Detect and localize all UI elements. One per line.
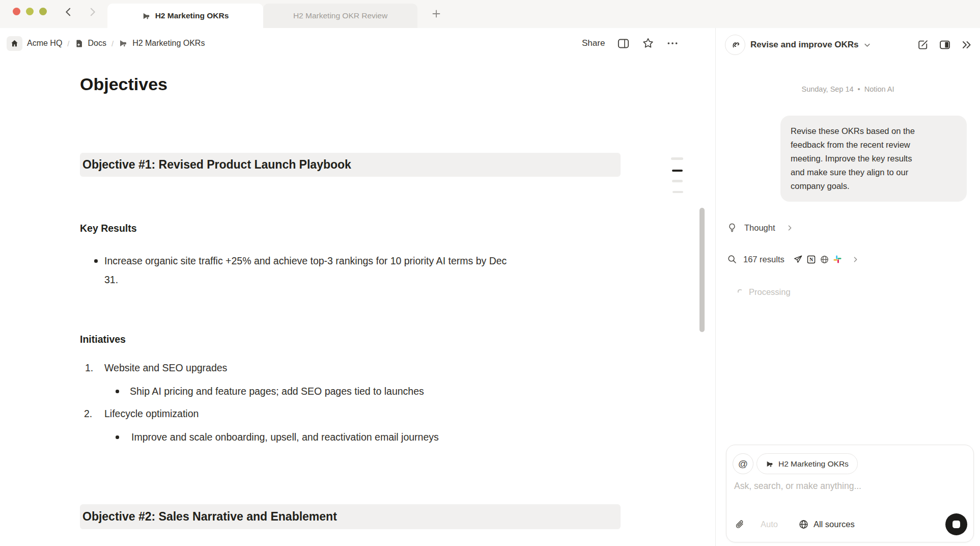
new-tab-button[interactable]: [429, 7, 443, 21]
home-icon: [7, 36, 22, 51]
tab-label: H2 Marketing OKR Review: [293, 11, 387, 20]
slack-icon: [833, 255, 842, 264]
breadcrumb-separator: /: [67, 39, 69, 48]
breadcrumb-label: H2 Marketing OKRs: [132, 39, 205, 48]
list-number: 2.: [84, 408, 92, 420]
thought-row[interactable]: Thought: [727, 223, 794, 233]
stop-generation-button[interactable]: [945, 513, 967, 535]
result-source-icons: N: [793, 255, 842, 264]
send-icon: [793, 255, 803, 264]
bullet-dot: [94, 259, 98, 263]
initiatives-heading[interactable]: Initiatives: [80, 334, 126, 345]
panel-layout-toggle-icon[interactable]: [939, 39, 951, 51]
attachment-paperclip-icon[interactable]: [734, 519, 745, 530]
all-sources-label: All sources: [814, 520, 855, 529]
initiative-detail[interactable]: Improve and scale onboarding, upsell, an…: [131, 431, 439, 443]
window-controls: [13, 8, 47, 15]
more-options-icon[interactable]: [666, 37, 679, 49]
collapse-panel-icon[interactable]: [961, 39, 973, 51]
objective-1-heading: Objective #1: Revised Product Launch Pla…: [82, 158, 351, 172]
globe-icon: [820, 255, 829, 264]
globe-icon: [798, 519, 809, 530]
meta-separator: •: [858, 85, 860, 93]
breadcrumb-item-h2-marketing-okrs[interactable]: H2 Marketing OKRs: [119, 39, 205, 48]
breadcrumb-separator: /: [111, 39, 114, 48]
breadcrumb-label: Acme HQ: [27, 39, 62, 48]
ai-thread-title[interactable]: Revise and improve OKRs: [750, 40, 859, 50]
ai-panel-header: Revise and improve OKRs: [725, 34, 973, 56]
thought-label: Thought: [744, 223, 775, 233]
back-icon[interactable]: [63, 7, 74, 17]
forward-icon[interactable]: [87, 7, 98, 17]
tab-label: H2 Marketing OKRs: [155, 11, 229, 20]
minimize-window-button[interactable]: [26, 8, 34, 15]
bullet-dot: [116, 390, 119, 393]
breadcrumb: Acme HQ / Docs / H2 Marketing OKRs: [7, 36, 205, 51]
notion-icon: N: [806, 255, 816, 264]
page-scrollbar[interactable]: [699, 208, 705, 332]
header-actions: Share: [582, 28, 679, 59]
auto-mode-button[interactable]: Auto: [761, 520, 778, 529]
stop-icon: [953, 521, 960, 528]
megaphone-icon: [142, 12, 151, 20]
share-button[interactable]: Share: [582, 38, 605, 48]
ai-composer: @ H2 Marketing OKRs Ask, search, or make…: [726, 445, 974, 542]
context-chip[interactable]: H2 Marketing OKRs: [757, 453, 858, 474]
chevron-down-icon[interactable]: [862, 40, 872, 50]
svg-text:N: N: [809, 257, 814, 262]
message-line: company goals.: [791, 179, 957, 193]
bullet-dot: [116, 435, 119, 439]
lightbulb-icon: [727, 223, 737, 233]
composer-toolbar: Auto All sources: [734, 513, 967, 535]
thread-date: Sunday, Sep 14: [801, 85, 853, 93]
notion-ai-face-icon: [725, 35, 745, 55]
notion-ai-panel: Revise and improve OKRs Sunday, Sep 14 •…: [715, 28, 980, 546]
user-message-bubble: Revise these OKRs based on the feedback …: [780, 116, 967, 202]
page-title[interactable]: Objectives: [80, 74, 167, 94]
key-results-heading[interactable]: Key Results: [80, 223, 137, 234]
message-line: meeting. Improve the key results: [791, 152, 957, 166]
megaphone-icon: [766, 460, 774, 468]
megaphone-icon: [119, 39, 128, 48]
objective-2-heading-block[interactable]: Objective #2: Sales Narrative and Enable…: [80, 504, 621, 529]
document-plus-icon: [75, 39, 83, 48]
context-chip-label: H2 Marketing OKRs: [778, 459, 849, 469]
zoom-window-button[interactable]: [39, 8, 47, 15]
results-label: 167 results: [743, 255, 785, 264]
favorite-star-icon[interactable]: [642, 37, 654, 49]
initiative-detail[interactable]: Ship AI pricing and feature pages; add S…: [130, 386, 424, 397]
processing-label: Processing: [749, 287, 791, 297]
message-line: feedback from the recent review: [791, 138, 957, 152]
message-line: Revise these OKRs based on the: [791, 124, 957, 138]
chevron-right-icon: [786, 224, 794, 232]
search-icon: [727, 254, 737, 264]
key-results-bullet[interactable]: Increase organic site traffic +25% and a…: [104, 252, 522, 289]
new-thread-compose-icon[interactable]: [917, 39, 929, 51]
mention-button[interactable]: @: [733, 453, 753, 474]
tab-h2-marketing-okrs[interactable]: H2 Marketing OKRs: [107, 4, 263, 28]
notion-window: H2 Marketing OKRs H2 Marketing OKR Revie…: [0, 0, 980, 546]
composer-input[interactable]: Ask, search, or make anything...: [734, 481, 861, 492]
ai-edit-indicator: [671, 157, 683, 193]
tab-h2-marketing-okr-review[interactable]: H2 Marketing OKR Review: [263, 4, 417, 28]
chevron-right-icon: [851, 255, 860, 264]
processing-row: Processing: [736, 287, 791, 297]
spinner-icon: [736, 288, 744, 296]
initiative-item[interactable]: Website and SEO upgrades: [104, 362, 227, 374]
search-results-row[interactable]: 167 results N: [727, 254, 860, 264]
message-line: and make sure they align to our: [791, 166, 957, 179]
breadcrumb-label: Docs: [88, 39, 106, 48]
objective-2-heading: Objective #2: Sales Narrative and Enable…: [82, 510, 337, 524]
close-window-button[interactable]: [13, 8, 20, 15]
breadcrumb-item-acme-hq[interactable]: Acme HQ: [7, 36, 62, 51]
all-sources-button[interactable]: All sources: [798, 519, 855, 530]
titlebar: H2 Marketing OKRs H2 Marketing OKR Revie…: [0, 0, 980, 28]
initiative-item[interactable]: Lifecycle optimization: [104, 408, 199, 420]
thread-meta: Sunday, Sep 14 • Notion AI: [716, 85, 980, 93]
breadcrumb-item-docs[interactable]: Docs: [75, 39, 106, 48]
thread-source: Notion AI: [864, 85, 894, 93]
side-peek-icon[interactable]: [617, 37, 630, 50]
objective-1-heading-block[interactable]: Objective #1: Revised Product Launch Pla…: [80, 153, 621, 177]
list-number: 1.: [85, 362, 93, 374]
